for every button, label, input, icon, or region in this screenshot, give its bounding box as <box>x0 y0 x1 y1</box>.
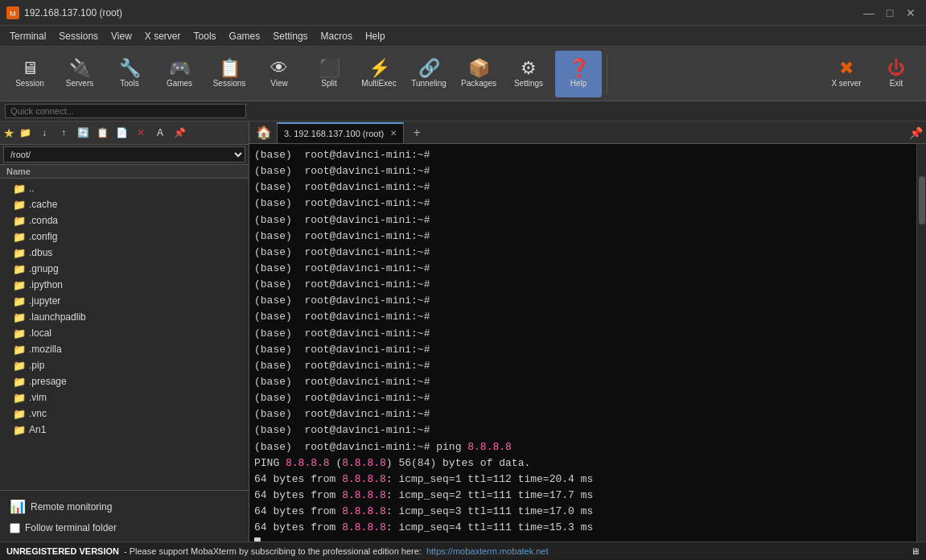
tab-close-button[interactable]: ✕ <box>390 129 397 138</box>
list-item[interactable]: 📁 .config <box>0 229 249 245</box>
sidebar-tb-btn-a[interactable]: A <box>151 124 169 142</box>
sidebar-bottom: 📊 Remote monitoring Follow terminal fold… <box>0 490 249 541</box>
toolbar-multiexec[interactable]: ⚡ MultiExec <box>356 51 402 97</box>
tab-terminal[interactable]: 3. 192.168.137.100 (root) ✕ <box>277 122 404 143</box>
list-item[interactable]: 📁 .gnupg <box>0 261 249 277</box>
toolbar-tunneling[interactable]: 🔗 Tunneling <box>405 51 452 97</box>
folder-icon: 📁 <box>13 376 26 388</box>
list-item[interactable]: 📁 .conda <box>0 212 249 229</box>
list-item[interactable]: 📁 .. <box>0 180 249 196</box>
packages-icon: 📦 <box>468 60 490 77</box>
toolbar-tools[interactable]: 🔧 Tools <box>106 51 153 97</box>
toolbar-session[interactable]: 🖥 Session <box>6 51 53 97</box>
list-item[interactable]: 📁 .cache <box>0 196 249 212</box>
term-ping-line: (base) root@davinci-mini:~# ping 8.8.8.8 <box>254 439 912 455</box>
tab-bar: 🏠 3. 192.168.137.100 (root) ✕ + 📌 <box>249 121 926 144</box>
toolbar-help[interactable]: ❓ Help <box>555 51 602 97</box>
sidebar-tb-btn-1[interactable]: 📁 <box>16 124 34 142</box>
toolbar-settings[interactable]: ⚙ Settings <box>505 51 552 97</box>
folder-icon: 📁 <box>13 327 26 340</box>
term-line: (base) root@davinci-mini:~# <box>254 309 912 325</box>
tab-home-button[interactable]: 🏠 <box>253 122 275 143</box>
menu-xserver[interactable]: X server <box>138 29 187 43</box>
follow-folder-label: Follow terminal folder <box>25 522 117 533</box>
toolbar-games[interactable]: 🎮 Games <box>156 51 203 97</box>
list-item[interactable]: 📁 .vnc <box>0 406 249 422</box>
folder-icon: 📁 <box>13 263 26 275</box>
toolbar-exit[interactable]: ⏻ Exit <box>873 51 920 97</box>
toolbar-servers[interactable]: 🔌 Servers <box>56 51 103 97</box>
sidebar-tb-btn-5[interactable]: 📋 <box>93 124 111 142</box>
sidebar-tb-btn-pin[interactable]: 📌 <box>171 124 188 142</box>
remote-monitoring-button[interactable]: 📊 Remote monitoring <box>6 496 242 517</box>
list-item[interactable]: 📁 .vim <box>0 389 249 406</box>
list-item[interactable]: 📁 An1 <box>0 422 249 438</box>
folder-icon: 📁 <box>13 311 26 323</box>
list-item[interactable]: 📁 .ipython <box>0 277 249 293</box>
menu-view[interactable]: View <box>105 29 138 43</box>
toolbar-view[interactable]: 👁 View <box>256 51 302 97</box>
settings-icon: ⚙ <box>521 60 537 77</box>
scrollbar-thumb <box>919 176 925 224</box>
sidebar: ★ 📁 ↓ ↑ 🔄 📋 📄 ✕ A 📌 /root/ Name 📁 .. <box>0 121 249 541</box>
follow-folder-checkbox[interactable] <box>10 523 20 533</box>
toolbar-packages[interactable]: 📦 Packages <box>455 51 502 97</box>
tab-pin-icon[interactable]: 📌 <box>909 126 923 139</box>
sidebar-tb-btn-3[interactable]: ↑ <box>55 124 72 142</box>
list-item[interactable]: 📁 .presage <box>0 373 249 389</box>
toolbar-xserver[interactable]: ✖ X server <box>823 51 870 97</box>
toolbar-split[interactable]: ⬛ Split <box>306 51 352 97</box>
quick-connect-input[interactable] <box>5 104 246 118</box>
maximize-button[interactable]: □ <box>881 4 899 22</box>
tunneling-icon: 🔗 <box>418 60 440 77</box>
tree-item-label: .dbus <box>29 247 52 258</box>
sidebar-tb-btn-6[interactable]: 📄 <box>113 124 130 142</box>
svg-text:M: M <box>10 10 16 18</box>
sidebar-star-icon: ★ <box>3 126 14 141</box>
sidebar-tb-btn-close[interactable]: ✕ <box>132 124 150 142</box>
list-item[interactable]: 📁 .mozilla <box>0 341 249 357</box>
sidebar-path-select[interactable]: /root/ <box>3 146 245 163</box>
term-ping-reply-1: 64 bytes from 8.8.8.8: icmp_seq=1 ttl=11… <box>254 471 912 488</box>
session-icon: 🖥 <box>21 60 39 77</box>
toolbar-exit-label: Exit <box>890 79 903 88</box>
menu-macros[interactable]: Macros <box>315 29 359 43</box>
sidebar-tb-btn-4[interactable]: 🔄 <box>74 124 92 142</box>
minimize-button[interactable]: — <box>860 4 878 22</box>
toolbar-separator <box>607 54 607 94</box>
toolbar-sessions[interactable]: 📋 Sessions <box>206 51 253 97</box>
term-line: (base) root@davinci-mini:~# <box>254 229 912 245</box>
tree-item-label: .pip <box>29 360 44 371</box>
toolbar-packages-label: Packages <box>461 79 496 88</box>
list-item[interactable]: 📁 .pip <box>0 357 249 373</box>
folder-icon: 📁 <box>13 392 26 404</box>
folder-icon: 📁 <box>13 231 26 243</box>
list-item[interactable]: 📁 .launchpadlib <box>0 309 249 325</box>
sidebar-tb-btn-2[interactable]: ↓ <box>35 124 53 142</box>
term-line: (base) root@davinci-mini:~# <box>254 342 912 358</box>
tree-col-name: Name <box>6 167 31 176</box>
menu-terminal[interactable]: Terminal <box>3 29 52 43</box>
menu-help[interactable]: Help <box>359 29 392 43</box>
menu-games[interactable]: Games <box>223 29 267 43</box>
tab-add-button[interactable]: + <box>407 123 426 142</box>
menu-settings[interactable]: Settings <box>266 29 314 43</box>
folder-icon: 📁 <box>13 344 26 356</box>
file-tree: 📁 .. 📁 .cache 📁 .conda 📁 .config 📁 .dbus… <box>0 179 249 490</box>
terminal-scrollbar[interactable] <box>916 144 926 541</box>
status-link[interactable]: https://mobaxterm.mobatek.net <box>426 546 549 556</box>
terminal-content[interactable]: (base) root@davinci-mini:~# (base) root@… <box>249 144 916 541</box>
multiexec-icon: ⚡ <box>368 60 390 77</box>
tree-header: Name <box>0 165 249 179</box>
list-item[interactable]: 📁 .dbus <box>0 245 249 261</box>
close-button[interactable]: ✕ <box>902 4 920 22</box>
folder-icon: 📁 <box>13 183 26 195</box>
list-item[interactable]: 📁 .jupyter <box>0 293 249 309</box>
menu-sessions[interactable]: Sessions <box>52 29 105 43</box>
main-area: ★ 📁 ↓ ↑ 🔄 📋 📄 ✕ A 📌 /root/ Name 📁 .. <box>0 121 926 541</box>
term-line: (base) root@davinci-mini:~# <box>254 163 912 179</box>
folder-icon: 📁 <box>13 408 26 420</box>
menu-tools[interactable]: Tools <box>187 29 223 43</box>
list-item[interactable]: 📁 .local <box>0 325 249 341</box>
tree-item-label: .config <box>29 231 57 242</box>
